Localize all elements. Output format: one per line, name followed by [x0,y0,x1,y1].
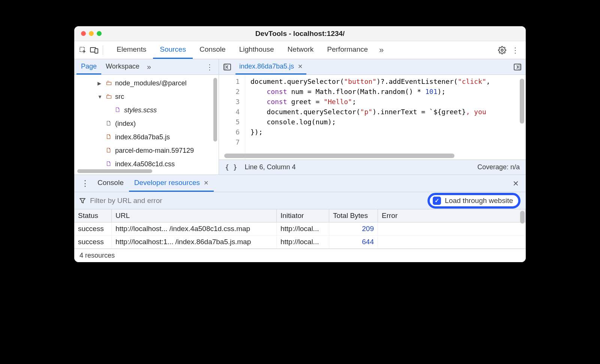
minimize-window-icon[interactable] [89,31,94,36]
resources-table-wrap: Status URL Initiator Total Bytes Error s… [74,209,526,249]
editor-pane: index.86da7ba5.js ✕ 1234567 document.que… [219,59,526,175]
coverage-status: Coverage: n/a [477,163,520,171]
nav-tab-workspace[interactable]: Workspace [101,59,144,75]
resource-count: 4 resources [80,252,115,260]
filter-icon[interactable] [80,198,86,204]
col-status[interactable]: Status [74,209,112,222]
sources-split: Page Workspace » ⋮ ▶ 🗀 node_modules/@par… [74,59,526,175]
cursor-position: Line 6, Column 4 [245,163,296,171]
drawer-close-icon[interactable]: ✕ [510,179,522,188]
editor-tabs: index.86da7ba5.js ✕ [219,59,526,75]
devtools-window: DevTools - localhost:1234/ Elements Sour… [74,26,526,262]
tab-elements[interactable]: Elements [110,41,153,59]
panel-tabs: Elements Sources Console Lighthouse Netw… [110,41,388,59]
tree-label: src [115,93,124,101]
tree-label: index.4a508c1d.css [115,160,175,168]
tree-label: styles.scss [124,106,157,114]
traffic-lights [74,31,102,36]
editor-tab-indexjs[interactable]: index.86da7ba5.js ✕ [236,59,306,75]
tree-index-css[interactable]: 🗋 index.4a508c1d.css [74,157,219,171]
tree-vertical-scrollbar[interactable] [213,78,217,142]
close-window-icon[interactable] [81,31,86,36]
nav-more-icon[interactable]: » [144,63,154,71]
table-cell[interactable]: http://local... [277,222,329,236]
tree-parcel-demo[interactable]: 🗋 parcel-demo-main.597129 [74,144,219,157]
table-cell[interactable]: http://localhost... /index.4a508c1d.css.… [112,222,277,236]
editor-tab-label: index.86da7ba5.js [239,63,294,70]
filter-input[interactable] [90,197,423,205]
tab-sources[interactable]: Sources [153,41,193,59]
tree-label: (index) [115,120,136,128]
table-cell[interactable]: 209 [329,222,378,236]
close-tab-icon[interactable]: ✕ [204,179,208,186]
tree-node-modules[interactable]: ▶ 🗀 node_modules/@parcel [74,76,219,90]
col-url[interactable]: URL [112,209,277,222]
pretty-print-icon[interactable]: { } [225,163,237,171]
tree-styles-scss[interactable]: 🗋 styles.scss [74,103,219,117]
show-navigator-icon[interactable] [221,64,233,70]
tree-index[interactable]: 🗋 (index) [74,117,219,130]
nav-menu-icon[interactable]: ⋮ [203,63,216,72]
navigator-pane: Page Workspace » ⋮ ▶ 🗀 node_modules/@par… [74,59,219,175]
file-icon: 🗋 [106,120,112,127]
tree-index-js[interactable]: 🗋 index.86da7ba5.js [74,130,219,144]
col-total-bytes[interactable]: Total Bytes [329,209,378,222]
navigator-tabs: Page Workspace » ⋮ [74,59,219,75]
drawer-tab-label: Developer resources [134,179,200,187]
main-toolbar: Elements Sources Console Lighthouse Netw… [74,41,526,59]
table-cell[interactable]: http://localhost:1... /index.86da7ba5.js… [112,236,277,249]
tab-lighthouse[interactable]: Lighthouse [232,41,281,59]
tree-label: node_modules/@parcel [115,79,186,87]
show-debugger-icon[interactable] [512,64,524,70]
tab-performance[interactable]: Performance [320,41,375,59]
divider [103,45,103,55]
drawer-menu-icon[interactable]: ⋮ [78,179,92,188]
code-vertical-scrollbar[interactable] [520,79,524,124]
load-through-website-toggle[interactable]: ✓ Load through website [428,193,520,209]
kebab-menu-icon[interactable]: ⋮ [512,46,519,55]
tab-console[interactable]: Console [193,41,232,59]
file-tree: ▶ 🗀 node_modules/@parcel ▼ 🗀 src 🗋 style… [74,75,219,175]
table-cell[interactable]: success [74,236,112,249]
tab-network[interactable]: Network [281,41,321,59]
resources-table: Status URL Initiator Total Bytes Error s… [74,209,526,249]
drawer-footer: 4 resources [74,249,526,262]
tree-label: index.86da7ba5.js [115,133,170,141]
tree-src[interactable]: ▼ 🗀 src [74,90,219,103]
file-icon: 🗋 [106,160,112,168]
close-tab-icon[interactable]: ✕ [298,63,303,70]
col-initiator[interactable]: Initiator [277,209,329,222]
more-tabs-icon[interactable]: » [375,41,388,59]
checkbox-checked-icon[interactable]: ✓ [433,197,441,205]
code-editor[interactable]: 1234567 document.querySelector("button")… [219,75,526,160]
table-cell[interactable] [378,222,526,236]
device-toggle-icon[interactable] [88,47,100,54]
window-title: DevTools - localhost:1234/ [74,30,526,38]
chevron-right-icon: ▶ [98,81,103,86]
settings-icon[interactable] [498,46,506,54]
table-cell[interactable]: 644 [329,236,378,249]
code-content: document.querySelector("button")?.addEve… [245,75,526,160]
file-icon: 🗋 [106,147,112,154]
file-icon: 🗋 [115,106,121,114]
svg-point-3 [501,49,503,51]
table-cell[interactable]: success [74,222,112,236]
maximize-window-icon[interactable] [97,31,102,36]
code-horizontal-scrollbar[interactable] [224,154,454,158]
col-error[interactable]: Error [378,209,526,222]
tree-horizontal-scrollbar[interactable] [77,169,152,173]
drawer-tab-console[interactable]: Console [92,175,129,192]
load-through-website-label: Load through website [445,197,513,205]
nav-tab-page[interactable]: Page [76,59,101,75]
titlebar: DevTools - localhost:1234/ [74,26,526,41]
drawer: ⋮ Console Developer resources ✕ ✕ ✓ Load… [74,175,526,249]
table-vertical-scrollbar[interactable] [520,211,525,224]
filter-bar: ✓ Load through website [74,192,526,209]
table-cell[interactable]: http://local... [277,236,329,249]
tree-label: parcel-demo-main.597129 [115,147,194,155]
line-gutter: 1234567 [219,75,245,160]
table-cell[interactable] [378,236,526,249]
inspect-icon[interactable] [77,46,88,54]
drawer-tab-developer-resources[interactable]: Developer resources ✕ [129,175,214,192]
svg-rect-2 [95,49,98,53]
